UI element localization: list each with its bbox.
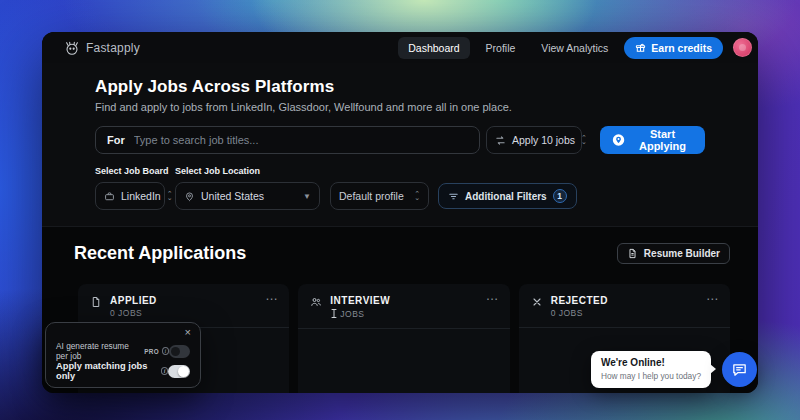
page-subtitle: Find and apply to jobs from LinkedIn, Gl… — [95, 101, 705, 113]
briefcase-icon — [104, 191, 115, 202]
filters-count-badge: 1 — [553, 189, 567, 203]
column-menu-button[interactable]: ⋯ — [706, 295, 718, 303]
nav-profile[interactable]: Profile — [476, 37, 526, 59]
nav-dashboard[interactable]: Dashboard — [398, 37, 469, 59]
profile-select[interactable]: Default profile ⌃⌄ — [330, 182, 429, 210]
job-location-select[interactable]: United States ▼ — [175, 182, 320, 210]
chat-launcher-button[interactable] — [722, 352, 757, 387]
resume-builder-button[interactable]: Resume Builder — [617, 243, 730, 264]
page-title: Apply Jobs Across Platforms — [95, 77, 705, 97]
chevron-down-icon: ▼ — [303, 192, 311, 201]
setting-row-ai-resume: AI generate resume per job PRO i — [46, 341, 200, 361]
chevron-updown-icon: ⌃⌄ — [414, 192, 420, 200]
info-icon: i — [162, 347, 169, 355]
user-avatar[interactable] — [733, 38, 752, 57]
earn-credits-button[interactable]: Earn credits — [624, 37, 723, 59]
users-icon — [310, 296, 322, 308]
section-title: Recent Applications — [74, 243, 246, 264]
job-location-label: Select Job Location — [175, 166, 260, 176]
location-pin-icon — [184, 191, 195, 202]
job-count: 0 JOBS — [551, 308, 608, 318]
job-board-select[interactable]: LinkedIn ⌃⌄ — [95, 182, 165, 210]
owl-logo-icon — [64, 40, 80, 56]
filters-row: LinkedIn ⌃⌄ United States ▼ Default prof… — [95, 182, 705, 210]
section-header: Recent Applications Resume Builder — [74, 243, 730, 264]
brand[interactable]: Fastapply — [64, 40, 140, 56]
chat-tooltip: We're Online! How may I help you today? — [591, 351, 711, 388]
chevron-updown-icon: ⌃⌄ — [167, 192, 173, 200]
start-applying-button[interactable]: Start Applying — [600, 126, 705, 154]
column-header: REJECTED 0 JOBS ⋯ — [519, 284, 730, 328]
matching-jobs-toggle[interactable] — [168, 365, 190, 378]
document-icon — [627, 248, 638, 259]
setting-label: AI generate resume per job — [56, 341, 141, 361]
additional-filters-button[interactable]: Additional Filters 1 — [438, 183, 577, 209]
text-cursor-icon — [330, 308, 338, 319]
setting-label: Apply matching jobs only — [56, 361, 158, 381]
settings-popup: × AI generate resume per job PRO i Apply… — [45, 322, 201, 388]
brand-name: Fastapply — [86, 41, 140, 55]
location-pin-badge-icon — [612, 132, 625, 148]
job-count: 0 JOBS — [110, 308, 157, 318]
job-search-box[interactable]: For — [95, 126, 480, 154]
file-icon — [90, 296, 102, 308]
ai-resume-toggle[interactable] — [169, 345, 190, 358]
hero-section: Apply Jobs Across Platforms Find and app… — [42, 63, 758, 227]
x-icon — [531, 296, 543, 308]
job-count: JOBS — [330, 308, 390, 319]
job-title-search-input[interactable] — [134, 134, 468, 146]
top-navbar: Fastapply Dashboard Profile View Analyti… — [42, 32, 758, 63]
info-icon: i — [161, 367, 168, 375]
chat-message: How may I help you today? — [601, 371, 701, 381]
chat-icon — [731, 361, 748, 378]
search-row: For Apply 10 jobs ⌃⌄ Start Applying — [95, 126, 705, 154]
filter-icon — [448, 191, 459, 202]
chevron-updown-icon: ⌃⌄ — [581, 136, 587, 144]
column-header: INTERVIEW JOBS ⋯ — [298, 284, 509, 329]
chat-status: We're Online! — [601, 357, 701, 368]
apply-count-select[interactable]: Apply 10 jobs ⌃⌄ — [486, 126, 582, 154]
pro-tag: PRO — [144, 348, 159, 355]
column-menu-button[interactable]: ⋯ — [486, 295, 498, 303]
nav-view-analytics[interactable]: View Analytics — [531, 37, 618, 59]
setting-row-matching-jobs: Apply matching jobs only i — [46, 361, 200, 381]
column-interview: INTERVIEW JOBS ⋯ — [298, 284, 509, 393]
gift-icon — [635, 42, 646, 53]
nav-links: Dashboard Profile View Analytics Earn cr… — [398, 37, 752, 59]
filter-labels: Select Job Board Select Job Location — [95, 166, 705, 176]
column-menu-button[interactable]: ⋯ — [265, 295, 277, 303]
repeat-icon — [495, 135, 506, 146]
job-board-label: Select Job Board — [95, 166, 175, 176]
search-prefix: For — [107, 134, 125, 146]
close-icon[interactable]: × — [185, 326, 191, 338]
